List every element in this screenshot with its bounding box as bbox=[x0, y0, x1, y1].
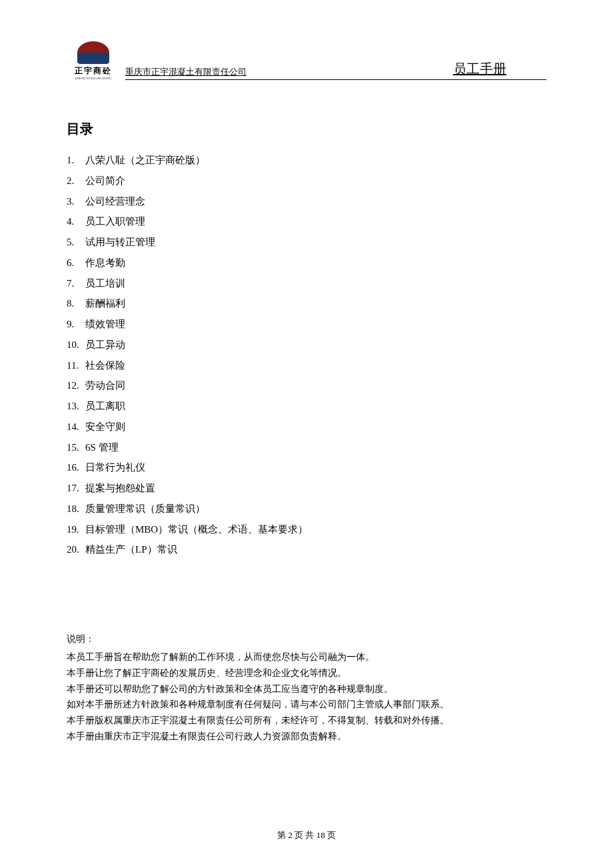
toc-number: 10. bbox=[67, 335, 85, 355]
logo-icon bbox=[77, 41, 109, 64]
toc-item: 1.八荣八耻（之正宇商砼版） bbox=[67, 150, 546, 171]
toc-item: 6.作息考勤 bbox=[67, 253, 546, 273]
toc-number: 2. bbox=[67, 171, 85, 191]
toc-item: 12.劳动合同 bbox=[67, 375, 546, 396]
toc-label: 员工培训 bbox=[85, 278, 125, 289]
toc-item: 15.6S 管理 bbox=[67, 437, 546, 458]
toc-number: 15. bbox=[67, 437, 85, 458]
toc-label: 社会保险 bbox=[85, 360, 125, 371]
explanation-line: 如对本手册所述方针政策和各种规章制度有任何疑问，请与本公司部门主管或人事部门联系… bbox=[67, 697, 546, 713]
toc-label: 薪酬福利 bbox=[85, 298, 125, 309]
toc-number: 4. bbox=[67, 211, 85, 232]
explanation-line: 本手册还可以帮助您了解公司的方针政策和全体员工应当遵守的各种规章制度。 bbox=[67, 681, 546, 697]
document-title: 员工手册 bbox=[453, 60, 506, 78]
page-footer: 第 2 页 共 18 页 bbox=[0, 829, 613, 841]
page-header: 正宇商砼 ZHENGYUSHANGTONG 重庆市正宇混凝土有限责任公司 员工手… bbox=[67, 33, 546, 80]
toc-label: 作息考勤 bbox=[85, 257, 125, 268]
toc-number: 14. bbox=[67, 417, 85, 437]
toc-number: 5. bbox=[67, 232, 85, 253]
toc-item: 20.精益生产（LP）常识 bbox=[67, 539, 546, 560]
toc-number: 16. bbox=[67, 457, 85, 478]
toc-list: 1.八荣八耻（之正宇商砼版） 2.公司简介 3.公司经营理念 4.员工入职管理 … bbox=[67, 150, 546, 560]
toc-item: 10.员工异动 bbox=[67, 335, 546, 355]
explanation-line: 本手册版权属重庆市正宇混凝土有限责任公司所有，未经许可，不得复制、转载和对外传播… bbox=[67, 713, 546, 729]
logo-text: 正宇商砼 bbox=[75, 65, 112, 77]
explanation-line: 本手册让您了解正宇商砼的发展历史、经营理念和企业文化等情况。 bbox=[67, 665, 546, 681]
company-name: 重庆市正宇混凝土有限责任公司 bbox=[125, 66, 247, 78]
toc-label: 劳动合同 bbox=[85, 380, 125, 391]
document-page: 正宇商砼 ZHENGYUSHANGTONG 重庆市正宇混凝土有限责任公司 员工手… bbox=[0, 0, 613, 868]
toc-label: 6S 管理 bbox=[85, 442, 119, 453]
toc-item: 2.公司简介 bbox=[67, 171, 546, 191]
toc-number: 8. bbox=[67, 293, 85, 314]
toc-item: 3.公司经营理念 bbox=[67, 191, 546, 212]
explanation-line: 本员工手册旨在帮助您了解新的工作环境，从而使您尽快与公司融为一体。 bbox=[67, 649, 546, 665]
toc-item: 18.质量管理常识（质量常识） bbox=[67, 499, 546, 519]
toc-item: 16.日常行为礼仪 bbox=[67, 457, 546, 478]
toc-number: 9. bbox=[67, 314, 85, 335]
toc-number: 12. bbox=[67, 375, 85, 396]
toc-item: 14.安全守则 bbox=[67, 417, 546, 437]
toc-item: 17.提案与抱怨处置 bbox=[67, 478, 546, 499]
logo-subtext: ZHENGYUSHANGTONG bbox=[75, 77, 111, 80]
toc-number: 20. bbox=[67, 539, 85, 560]
toc-label: 员工离职 bbox=[85, 401, 125, 411]
toc-label: 精益生产（LP）常识 bbox=[85, 544, 177, 555]
toc-item: 8.薪酬福利 bbox=[67, 293, 546, 314]
page-number: 第 2 页 共 18 页 bbox=[277, 830, 336, 840]
toc-label: 日常行为礼仪 bbox=[85, 462, 145, 473]
toc-number: 11. bbox=[67, 355, 85, 376]
toc-item: 11.社会保险 bbox=[67, 355, 546, 376]
toc-item: 5.试用与转正管理 bbox=[67, 232, 546, 253]
explanation-line: 本手册由重庆市正宇混凝土有限责任公司行政人力资源部负责解释。 bbox=[67, 729, 546, 745]
toc-number: 19. bbox=[67, 519, 85, 540]
toc-item: 4.员工入职管理 bbox=[67, 211, 546, 232]
toc-heading: 目录 bbox=[67, 120, 546, 138]
explanation-section: 说明： 本员工手册旨在帮助您了解新的工作环境，从而使您尽快与公司融为一体。 本手… bbox=[67, 633, 546, 745]
toc-label: 目标管理（MBO）常识（概念、术语、基本要求） bbox=[85, 524, 308, 535]
toc-number: 7. bbox=[67, 273, 85, 294]
toc-label: 员工异动 bbox=[85, 339, 125, 350]
explanation-heading: 说明： bbox=[67, 633, 546, 645]
toc-label: 质量管理常识（质量常识） bbox=[85, 503, 205, 514]
toc-number: 3. bbox=[67, 191, 85, 212]
toc-number: 17. bbox=[67, 478, 85, 499]
toc-number: 6. bbox=[67, 253, 85, 273]
toc-label: 公司简介 bbox=[85, 175, 125, 186]
toc-label: 提案与抱怨处置 bbox=[85, 483, 155, 493]
toc-number: 18. bbox=[67, 499, 85, 519]
toc-label: 八荣八耻（之正宇商砼版） bbox=[85, 155, 205, 165]
toc-number: 1. bbox=[67, 150, 85, 171]
toc-item: 9.绩效管理 bbox=[67, 314, 546, 335]
toc-item: 13.员工离职 bbox=[67, 396, 546, 417]
header-line: 重庆市正宇混凝土有限责任公司 员工手册 bbox=[125, 60, 546, 80]
toc-label: 试用与转正管理 bbox=[85, 237, 155, 247]
toc-item: 7.员工培训 bbox=[67, 273, 546, 294]
toc-item: 19.目标管理（MBO）常识（概念、术语、基本要求） bbox=[67, 519, 546, 540]
company-logo: 正宇商砼 ZHENGYUSHANGTONG bbox=[67, 41, 120, 80]
toc-number: 13. bbox=[67, 396, 85, 417]
toc-label: 员工入职管理 bbox=[85, 216, 145, 227]
toc-label: 安全守则 bbox=[85, 421, 125, 432]
toc-label: 绩效管理 bbox=[85, 319, 125, 329]
toc-label: 公司经营理念 bbox=[85, 196, 145, 207]
